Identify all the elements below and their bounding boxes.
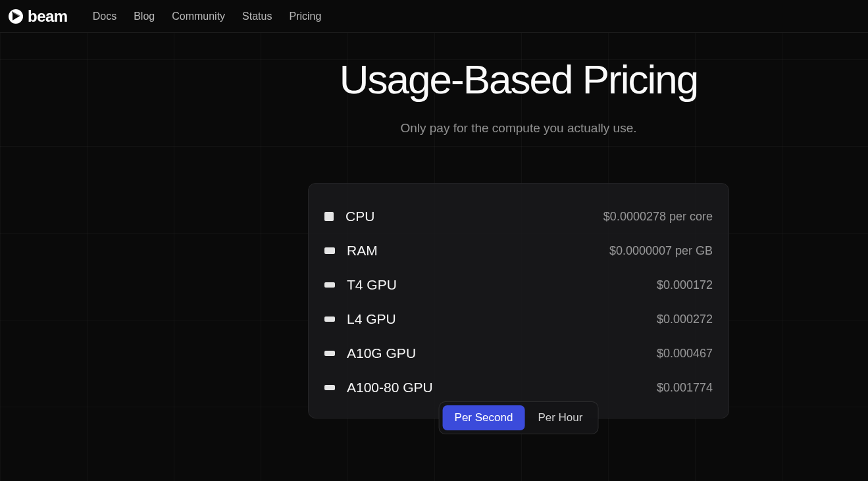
nav-link-pricing[interactable]: Pricing [289,11,321,22]
resource-name: A10G GPU [347,345,416,361]
resource-name: A100-80 GPU [347,380,433,395]
nav-link-docs[interactable]: Docs [93,11,116,22]
gpu-icon [324,316,335,322]
toggle-per-hour[interactable]: Per Hour [526,405,594,430]
pricing-row-a10g: A10G GPU $0.000467 [324,336,713,370]
content-wrapper: Usage-Based Pricing Only pay for the com… [308,56,729,418]
resource-price: $0.000467 [657,347,713,361]
pricing-row-a100: A100-80 GPU $0.001774 [324,370,713,405]
nav-links: Docs Blog Community Status Pricing [93,11,322,22]
pricing-left: T4 GPU [324,277,397,293]
nav-link-community[interactable]: Community [172,11,225,22]
resource-price: $0.000172 [657,278,713,292]
gpu-icon [324,385,335,390]
page-subtitle: Only pay for the compute you actually us… [400,121,636,136]
gpu-icon [324,282,335,288]
toggle-per-second[interactable]: Per Second [443,405,525,430]
nav-link-status[interactable]: Status [242,11,272,22]
navbar: beam Docs Blog Community Status Pricing [0,0,868,33]
pricing-toggle: Per Second Per Hour [439,401,599,434]
gpu-icon [324,351,335,356]
main-content: Usage-Based Pricing Only pay for the com… [0,33,868,418]
pricing-left: L4 GPU [324,311,396,327]
pricing-row-t4: T4 GPU $0.000172 [324,268,713,302]
pricing-row-l4: L4 GPU $0.000272 [324,302,713,336]
resource-price: $0.000272 [657,313,713,326]
pricing-card: CPU $0.0000278 per core RAM $0.0000007 p… [308,183,729,418]
resource-price: $0.001774 [657,381,713,395]
resource-name: T4 GPU [347,277,397,293]
pricing-row-cpu: CPU $0.0000278 per core [324,199,713,234]
logo-text: beam [28,7,68,26]
ram-icon [324,247,335,254]
resource-name: CPU [345,209,374,224]
logo[interactable]: beam [8,7,68,26]
logo-icon [8,9,24,24]
resource-name: RAM [347,243,378,259]
page-title: Usage-Based Pricing [340,56,698,103]
pricing-left: A10G GPU [324,345,416,361]
resource-price: $0.0000278 per core [603,210,713,224]
pricing-left: RAM [324,243,378,259]
nav-link-blog[interactable]: Blog [134,11,155,22]
pricing-left: A100-80 GPU [324,380,433,395]
cpu-icon [324,212,334,221]
resource-name: L4 GPU [347,311,396,327]
resource-price: $0.0000007 per GB [609,244,713,258]
pricing-row-ram: RAM $0.0000007 per GB [324,234,713,268]
pricing-left: CPU [324,209,374,224]
